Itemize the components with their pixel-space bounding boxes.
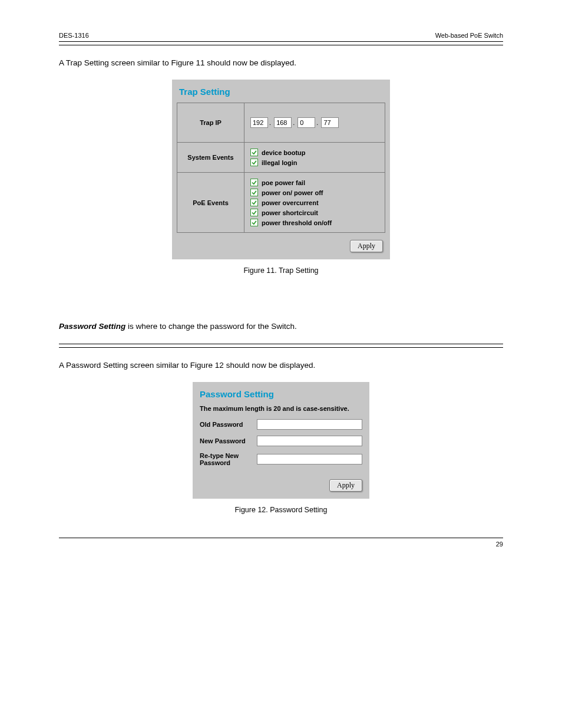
retype-password-input[interactable] bbox=[257, 454, 362, 465]
poe-events-cell: poe power fail power on/ power off power… bbox=[244, 173, 385, 233]
table-row: PoE Events poe power fail power on/ powe… bbox=[177, 173, 385, 233]
trap-ip-cell: . . . bbox=[244, 103, 385, 143]
checkbox-illegal-login[interactable] bbox=[250, 159, 258, 166]
checkbox-label: power threshold on/off bbox=[262, 219, 332, 226]
password-apply-button[interactable]: Apply bbox=[329, 479, 362, 492]
checkbox-poe-power-fail[interactable] bbox=[250, 179, 258, 186]
trap-ip-octet-1[interactable] bbox=[250, 117, 268, 128]
trap-figure-caption: Figure 11. Trap Setting bbox=[59, 266, 503, 275]
trap-ip-octet-3[interactable] bbox=[297, 117, 315, 128]
checkbox-label: device bootup bbox=[262, 149, 306, 156]
new-password-input[interactable] bbox=[257, 436, 362, 446]
checkbox-device-bootup[interactable] bbox=[250, 149, 258, 156]
checkbox-power-on-off[interactable] bbox=[250, 189, 258, 196]
trap-apply-button[interactable]: Apply bbox=[350, 240, 383, 252]
trap-ip-label: Trap IP bbox=[177, 103, 244, 143]
poe-events-label: PoE Events bbox=[177, 173, 244, 233]
password-intro-1: Password Setting is where to change the … bbox=[59, 321, 503, 332]
running-footer: 29 bbox=[59, 538, 503, 550]
password-panel-title: Password Setting bbox=[197, 386, 365, 405]
trap-ip-octet-2[interactable] bbox=[274, 117, 292, 128]
running-header: DES-1316 Web-based PoE Switch bbox=[59, 29, 503, 41]
section-rule-2 bbox=[59, 347, 503, 348]
page-number: 29 bbox=[496, 541, 503, 548]
checkbox-power-shortcircuit[interactable] bbox=[250, 209, 258, 216]
trap-settings-table: Trap IP . . . System Events bbox=[177, 103, 385, 233]
checkbox-label: illegal login bbox=[262, 159, 297, 166]
checkbox-power-overcurrent[interactable] bbox=[250, 199, 258, 206]
checkbox-label: power shortcircuit bbox=[262, 209, 318, 216]
table-row: System Events device bootup illegal logi… bbox=[177, 143, 385, 173]
trap-panel-title: Trap Setting bbox=[177, 83, 385, 103]
trap-setting-panel: Trap Setting Trap IP . . . System Events bbox=[172, 80, 390, 259]
header-right: Web-based PoE Switch bbox=[435, 32, 503, 39]
old-password-label: Old Password bbox=[200, 421, 257, 428]
section-rule-1 bbox=[59, 344, 503, 344]
retype-password-label: Re-type New Password bbox=[200, 452, 257, 466]
trap-intro-text: A Trap Setting screen similar to Figure … bbox=[59, 57, 503, 69]
header-left: DES-1316 bbox=[59, 32, 89, 39]
password-setting-panel: Password Setting The maximum length is 2… bbox=[193, 382, 369, 499]
system-events-label: System Events bbox=[177, 143, 244, 173]
new-password-label: New Password bbox=[200, 437, 257, 444]
password-figure-caption: Figure 12. Password Setting bbox=[59, 506, 503, 514]
old-password-input[interactable] bbox=[257, 419, 362, 430]
password-hint: The maximum length is 20 and is case-sen… bbox=[197, 405, 365, 419]
checkbox-label: power on/ power off bbox=[262, 189, 323, 196]
checkbox-power-threshold[interactable] bbox=[250, 219, 258, 226]
checkbox-label: poe power fail bbox=[262, 179, 305, 186]
trap-ip-octet-4[interactable] bbox=[321, 117, 339, 128]
header-rule-1 bbox=[59, 41, 503, 42]
table-row: Trap IP . . . bbox=[177, 103, 385, 143]
password-intro-2: A Password Setting screen similar to Fig… bbox=[59, 360, 503, 371]
header-rule-2 bbox=[59, 45, 503, 45]
checkbox-label: power overcurrent bbox=[262, 199, 319, 206]
system-events-cell: device bootup illegal login bbox=[244, 143, 385, 173]
